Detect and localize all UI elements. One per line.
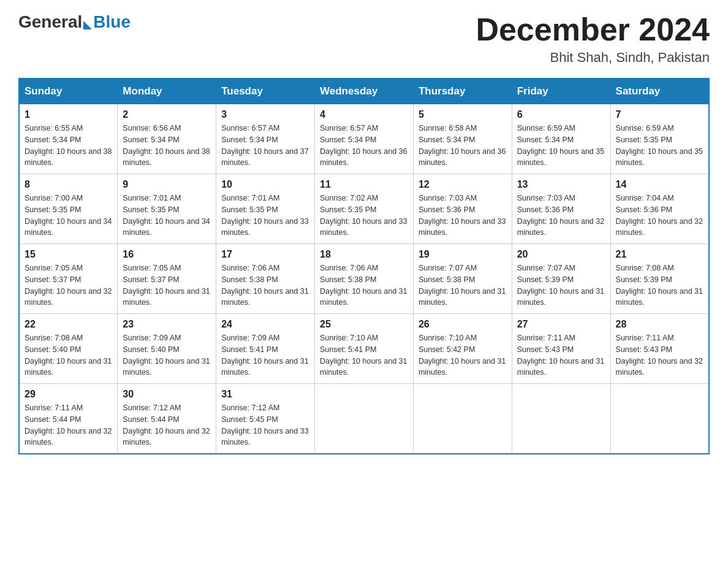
month-title: December 2024 xyxy=(476,12,710,47)
day-number: 1 xyxy=(25,109,112,120)
calendar-week-row: 1Sunrise: 6:55 AMSunset: 5:34 PMDaylight… xyxy=(19,104,709,174)
day-number: 11 xyxy=(320,179,408,190)
day-number: 9 xyxy=(123,179,211,190)
page-header: General Blue December 2024 Bhit Shah, Si… xyxy=(18,12,710,66)
calendar-week-row: 15Sunrise: 7:05 AMSunset: 5:37 PMDayligh… xyxy=(19,244,709,314)
day-number: 14 xyxy=(616,179,703,190)
day-number: 12 xyxy=(419,179,507,190)
calendar-cell: 30Sunrise: 7:12 AMSunset: 5:44 PMDayligh… xyxy=(118,384,216,454)
day-number: 15 xyxy=(25,249,112,260)
header-saturday: Saturday xyxy=(610,79,709,104)
day-info: Sunrise: 7:11 AMSunset: 5:44 PMDaylight:… xyxy=(25,402,112,448)
calendar-cell: 29Sunrise: 7:11 AMSunset: 5:44 PMDayligh… xyxy=(19,384,118,454)
calendar-cell: 22Sunrise: 7:08 AMSunset: 5:40 PMDayligh… xyxy=(19,314,118,384)
day-info: Sunrise: 6:57 AMSunset: 5:34 PMDaylight:… xyxy=(320,123,408,169)
calendar-week-row: 22Sunrise: 7:08 AMSunset: 5:40 PMDayligh… xyxy=(19,314,709,384)
day-number: 30 xyxy=(123,389,211,400)
calendar-cell: 28Sunrise: 7:11 AMSunset: 5:43 PMDayligh… xyxy=(610,314,709,384)
day-info: Sunrise: 7:07 AMSunset: 5:39 PMDaylight:… xyxy=(517,262,605,308)
logo-blue-text: Blue xyxy=(93,12,131,32)
day-info: Sunrise: 7:12 AMSunset: 5:45 PMDaylight:… xyxy=(221,402,309,448)
calendar-cell: 27Sunrise: 7:11 AMSunset: 5:43 PMDayligh… xyxy=(512,314,610,384)
day-number: 8 xyxy=(25,179,112,190)
day-info: Sunrise: 7:02 AMSunset: 5:35 PMDaylight:… xyxy=(320,193,408,239)
day-number: 17 xyxy=(221,249,309,260)
day-number: 26 xyxy=(419,319,507,330)
day-number: 29 xyxy=(25,389,112,400)
day-info: Sunrise: 7:05 AMSunset: 5:37 PMDaylight:… xyxy=(25,262,112,308)
calendar-header-row: SundayMondayTuesdayWednesdayThursdayFrid… xyxy=(19,79,709,104)
day-number: 10 xyxy=(221,179,309,190)
calendar-cell: 26Sunrise: 7:10 AMSunset: 5:42 PMDayligh… xyxy=(413,314,512,384)
day-number: 24 xyxy=(221,319,309,330)
day-info: Sunrise: 6:56 AMSunset: 5:34 PMDaylight:… xyxy=(123,123,211,169)
logo-arrow-icon xyxy=(83,21,92,29)
day-number: 5 xyxy=(419,109,507,120)
calendar-cell: 21Sunrise: 7:08 AMSunset: 5:39 PMDayligh… xyxy=(610,244,709,314)
day-number: 20 xyxy=(517,249,605,260)
calendar-cell: 14Sunrise: 7:04 AMSunset: 5:36 PMDayligh… xyxy=(610,174,709,244)
day-info: Sunrise: 6:58 AMSunset: 5:34 PMDaylight:… xyxy=(419,123,507,169)
calendar-cell: 4Sunrise: 6:57 AMSunset: 5:34 PMDaylight… xyxy=(315,104,414,174)
day-number: 21 xyxy=(616,249,703,260)
calendar-cell: 20Sunrise: 7:07 AMSunset: 5:39 PMDayligh… xyxy=(512,244,610,314)
calendar-cell: 9Sunrise: 7:01 AMSunset: 5:35 PMDaylight… xyxy=(118,174,216,244)
day-info: Sunrise: 7:08 AMSunset: 5:39 PMDaylight:… xyxy=(616,262,703,308)
day-info: Sunrise: 7:07 AMSunset: 5:38 PMDaylight:… xyxy=(419,262,507,308)
calendar-cell: 25Sunrise: 7:10 AMSunset: 5:41 PMDayligh… xyxy=(315,314,414,384)
day-info: Sunrise: 7:00 AMSunset: 5:35 PMDaylight:… xyxy=(25,193,112,239)
calendar-cell: 11Sunrise: 7:02 AMSunset: 5:35 PMDayligh… xyxy=(315,174,414,244)
header-tuesday: Tuesday xyxy=(216,79,315,104)
calendar-cell: 7Sunrise: 6:59 AMSunset: 5:35 PMDaylight… xyxy=(610,104,709,174)
day-info: Sunrise: 7:06 AMSunset: 5:38 PMDaylight:… xyxy=(221,262,309,308)
day-number: 22 xyxy=(25,319,112,330)
day-info: Sunrise: 6:59 AMSunset: 5:34 PMDaylight:… xyxy=(517,123,605,169)
day-info: Sunrise: 7:10 AMSunset: 5:41 PMDaylight:… xyxy=(320,332,408,378)
day-info: Sunrise: 6:59 AMSunset: 5:35 PMDaylight:… xyxy=(616,123,703,169)
calendar-cell xyxy=(413,384,512,454)
header-sunday: Sunday xyxy=(19,79,118,104)
day-number: 3 xyxy=(221,109,309,120)
header-monday: Monday xyxy=(118,79,216,104)
calendar-cell: 13Sunrise: 7:03 AMSunset: 5:36 PMDayligh… xyxy=(512,174,610,244)
day-info: Sunrise: 7:09 AMSunset: 5:41 PMDaylight:… xyxy=(221,332,309,378)
day-info: Sunrise: 6:55 AMSunset: 5:34 PMDaylight:… xyxy=(25,123,112,169)
day-number: 18 xyxy=(320,249,408,260)
header-wednesday: Wednesday xyxy=(315,79,414,104)
calendar-cell: 31Sunrise: 7:12 AMSunset: 5:45 PMDayligh… xyxy=(216,384,315,454)
calendar-cell: 16Sunrise: 7:05 AMSunset: 5:37 PMDayligh… xyxy=(118,244,216,314)
day-info: Sunrise: 7:10 AMSunset: 5:42 PMDaylight:… xyxy=(419,332,507,378)
day-number: 31 xyxy=(221,389,309,400)
calendar-cell: 1Sunrise: 6:55 AMSunset: 5:34 PMDaylight… xyxy=(19,104,118,174)
title-section: December 2024 Bhit Shah, Sindh, Pakistan xyxy=(476,12,710,66)
day-info: Sunrise: 7:11 AMSunset: 5:43 PMDaylight:… xyxy=(616,332,703,378)
calendar-cell: 10Sunrise: 7:01 AMSunset: 5:35 PMDayligh… xyxy=(216,174,315,244)
day-info: Sunrise: 7:01 AMSunset: 5:35 PMDaylight:… xyxy=(123,193,211,239)
calendar-cell xyxy=(315,384,414,454)
calendar-week-row: 8Sunrise: 7:00 AMSunset: 5:35 PMDaylight… xyxy=(19,174,709,244)
calendar-cell: 12Sunrise: 7:03 AMSunset: 5:36 PMDayligh… xyxy=(413,174,512,244)
day-number: 25 xyxy=(320,319,408,330)
calendar-cell: 19Sunrise: 7:07 AMSunset: 5:38 PMDayligh… xyxy=(413,244,512,314)
day-number: 13 xyxy=(517,179,605,190)
day-info: Sunrise: 7:06 AMSunset: 5:38 PMDaylight:… xyxy=(320,262,408,308)
calendar-week-row: 29Sunrise: 7:11 AMSunset: 5:44 PMDayligh… xyxy=(19,384,709,454)
day-number: 28 xyxy=(616,319,703,330)
logo: General Blue xyxy=(18,12,131,32)
day-number: 4 xyxy=(320,109,408,120)
day-number: 2 xyxy=(123,109,211,120)
day-info: Sunrise: 7:12 AMSunset: 5:44 PMDaylight:… xyxy=(123,402,211,448)
calendar-cell: 23Sunrise: 7:09 AMSunset: 5:40 PMDayligh… xyxy=(118,314,216,384)
header-friday: Friday xyxy=(512,79,610,104)
day-info: Sunrise: 7:09 AMSunset: 5:40 PMDaylight:… xyxy=(123,332,211,378)
day-info: Sunrise: 7:03 AMSunset: 5:36 PMDaylight:… xyxy=(419,193,507,239)
calendar-cell: 2Sunrise: 6:56 AMSunset: 5:34 PMDaylight… xyxy=(118,104,216,174)
logo-general-text: General xyxy=(18,12,82,32)
calendar-cell: 8Sunrise: 7:00 AMSunset: 5:35 PMDaylight… xyxy=(19,174,118,244)
day-number: 16 xyxy=(123,249,211,260)
calendar-cell: 15Sunrise: 7:05 AMSunset: 5:37 PMDayligh… xyxy=(19,244,118,314)
calendar-cell xyxy=(610,384,709,454)
header-thursday: Thursday xyxy=(413,79,512,104)
calendar-cell: 3Sunrise: 6:57 AMSunset: 5:34 PMDaylight… xyxy=(216,104,315,174)
calendar-cell: 17Sunrise: 7:06 AMSunset: 5:38 PMDayligh… xyxy=(216,244,315,314)
